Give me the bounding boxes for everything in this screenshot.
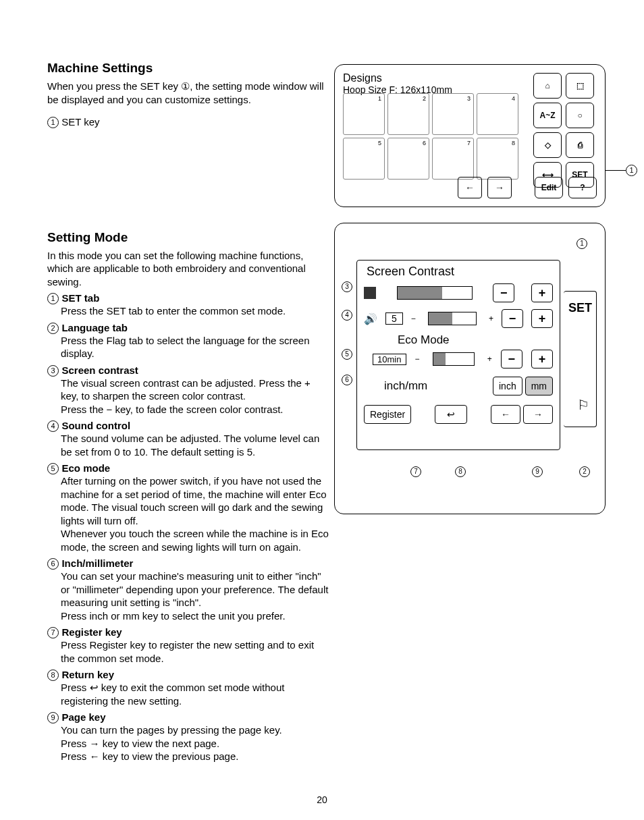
sound-plus-button[interactable]: + xyxy=(531,309,553,328)
machine-settings-heading: Machine Settings xyxy=(47,61,331,76)
design-cell[interactable]: 5 xyxy=(343,138,385,180)
design-cell[interactable]: 3 xyxy=(432,93,474,135)
item-desc: After turning on the power switch, if yo… xyxy=(61,474,331,553)
machine-settings-intro: When you press the SET key ①, the settin… xyxy=(47,80,331,106)
callout-9: 9 xyxy=(532,466,543,477)
item-num: 8 xyxy=(47,669,59,681)
item-num: 4 xyxy=(47,420,59,432)
item-desc: Press the Flag tab to select the languag… xyxy=(61,334,331,360)
contrast-plus-button[interactable]: + xyxy=(531,283,553,302)
design-cell[interactable]: 6 xyxy=(387,138,429,180)
screen-contrast-label: Screen Contrast xyxy=(367,265,454,279)
callout-3: 3 xyxy=(342,281,352,292)
item-title: Return key xyxy=(61,669,114,680)
mm-button[interactable]: mm xyxy=(525,377,553,395)
item-desc: You can turn the pages by pressing the p… xyxy=(61,723,331,763)
speaker-icon: 🔊 xyxy=(364,312,377,325)
item-desc: Press Register key to register the new s… xyxy=(61,638,331,665)
callout-4: 4 xyxy=(342,310,352,321)
register-button[interactable]: Register xyxy=(364,405,411,424)
mode-button[interactable]: ⌂ xyxy=(533,73,562,99)
prev-page-button[interactable]: ← xyxy=(458,177,482,198)
next-page-button[interactable]: → xyxy=(487,177,512,198)
inch-mm-label: inch/mm xyxy=(384,379,427,393)
set-tab-label[interactable]: SET xyxy=(568,301,592,315)
item-title: Page key xyxy=(61,711,105,723)
callout-1: 1 xyxy=(626,165,637,176)
item-title: SET tab xyxy=(61,292,99,304)
mode-button[interactable]: ◇ xyxy=(533,132,562,158)
item-num: 5 xyxy=(47,463,59,474)
figure-designs-screen: Designs Hoop Size F: 126x110mm 1 2 3 4 5… xyxy=(334,64,606,207)
az-button[interactable]: A~Z xyxy=(533,103,562,128)
item-desc: You can set your machine's measuring uni… xyxy=(61,570,331,622)
design-cell[interactable]: 2 xyxy=(387,93,429,135)
inch-button[interactable]: inch xyxy=(493,377,522,395)
eco-plus-button[interactable]: + xyxy=(531,350,553,368)
item-title: Screen contrast xyxy=(61,364,138,376)
callout-1: 1 xyxy=(576,238,587,249)
item-title: Register key xyxy=(61,626,122,638)
settings-panel: Screen Contrast − + 🔊 5 − + − + Eco Mode… xyxy=(356,260,560,450)
item-title: Sound control xyxy=(61,420,130,431)
callout-2: 2 xyxy=(579,466,590,477)
item-desc: The sound volume can be adjusted. The vo… xyxy=(61,432,331,458)
edit-button[interactable]: Edit xyxy=(535,177,563,198)
item-num: 6 xyxy=(47,558,59,570)
page-number: 20 xyxy=(0,794,644,805)
figure-setting-mode-screen: 1 Screen Contrast − + 🔊 5 − + − + Eco Mo… xyxy=(334,223,606,514)
mode-button[interactable]: ○ xyxy=(566,103,594,128)
bullet-text-1: SET key xyxy=(61,116,99,128)
item-num: 9 xyxy=(47,712,59,723)
item-desc: Press ↩ key to exit the common set mode … xyxy=(61,681,331,707)
callout-6: 6 xyxy=(342,375,352,385)
callout-8: 8 xyxy=(455,466,466,477)
setting-mode-heading: Setting Mode xyxy=(47,230,331,245)
item-title: Language tab xyxy=(61,322,128,333)
design-cell[interactable]: 1 xyxy=(343,93,385,135)
eco-minus-button[interactable]: − xyxy=(501,350,522,368)
callout-pointer: 1 xyxy=(606,165,637,176)
bullet-num-1: 1 xyxy=(47,117,59,128)
eco-mode-label: Eco Mode xyxy=(398,333,450,347)
design-cell[interactable]: 7 xyxy=(432,138,474,180)
design-cell[interactable]: 8 xyxy=(477,138,518,180)
item-desc: The visual screen contrast can be adjust… xyxy=(61,377,331,416)
design-cell[interactable]: 4 xyxy=(477,93,518,135)
item-num: 2 xyxy=(47,323,59,334)
setting-mode-intro: In this mode you can set the following m… xyxy=(47,249,331,289)
item-num: 1 xyxy=(47,293,59,304)
return-button[interactable]: ↩ xyxy=(435,405,467,424)
sound-value: 5 xyxy=(385,312,403,325)
flag-tab-icon[interactable]: ⚐ xyxy=(577,397,589,413)
mode-button[interactable]: ⬚ xyxy=(566,73,594,99)
sound-minus-button[interactable]: − xyxy=(502,309,523,328)
item-title: Eco mode xyxy=(61,462,110,474)
page-next-button[interactable]: → xyxy=(523,405,553,424)
item-desc: Press the SET tab to enter the common se… xyxy=(61,304,331,318)
item-title: Inch/millimeter xyxy=(61,557,133,569)
page-prev-button[interactable]: ← xyxy=(491,405,520,424)
help-button[interactable]: ? xyxy=(568,177,597,198)
item-num: 3 xyxy=(47,365,59,377)
contrast-icon xyxy=(364,287,376,299)
callout-7: 7 xyxy=(410,466,421,477)
eco-value: 10min xyxy=(373,354,406,365)
mode-button[interactable]: ⎙ xyxy=(566,132,594,158)
item-num: 7 xyxy=(47,627,59,638)
contrast-minus-button[interactable]: − xyxy=(493,283,514,302)
callout-5: 5 xyxy=(342,349,352,360)
